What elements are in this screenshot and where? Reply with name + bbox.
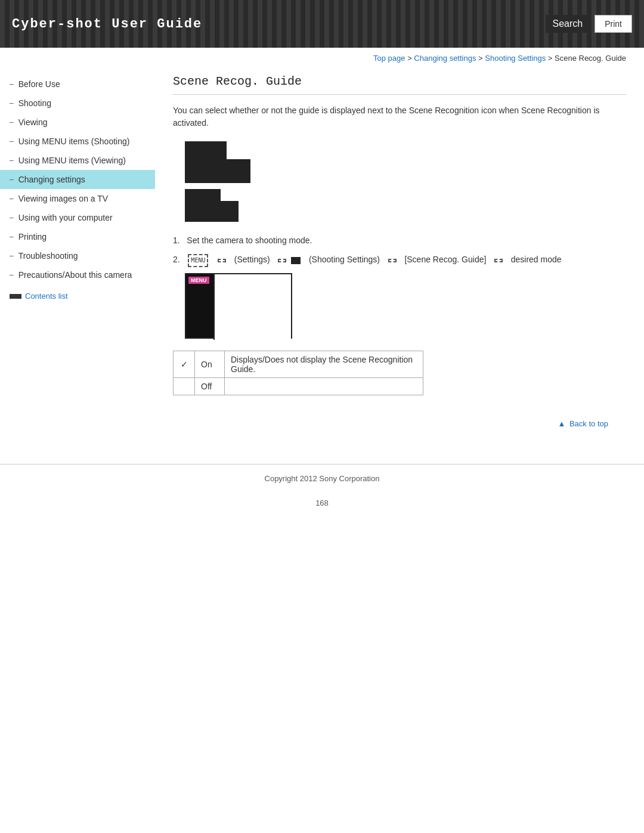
sidebar-item-viewing[interactable]: – Viewing (0, 113, 155, 132)
table-row-off: Off (174, 377, 423, 395)
menu-screenshot-label: MENU (188, 277, 209, 284)
step-1: 1. Set the camera to shooting mode. (173, 234, 626, 247)
sidebar-bullet: – (10, 252, 14, 260)
breadcrumb-top-page[interactable]: Top page (373, 54, 405, 63)
step-2-num: 2. (173, 255, 184, 264)
sidebar-bullet: – (10, 213, 14, 222)
sidebar-bullet: – (10, 137, 14, 145)
shooting-arrow-icon (388, 259, 397, 262)
table-row-on: ✓ On Displays/Does not display the Scene… (174, 351, 423, 377)
sidebar-label-menu-shooting: Using MENU items (Shooting) (18, 137, 130, 146)
sidebar-label-computer: Using with your computer (18, 213, 113, 222)
sidebar-bullet: – (10, 99, 14, 107)
sidebar-bullet: – (10, 175, 14, 184)
page-title: Scene Recog. Guide (173, 75, 626, 95)
main-content: Scene Recog. Guide You can select whethe… (155, 69, 644, 452)
print-button[interactable]: Print (595, 15, 632, 33)
menu-screenshot-inner (213, 274, 291, 340)
settings-arrow-icon (278, 259, 286, 262)
sidebar-bullet: – (10, 271, 14, 279)
options-table: ✓ On Displays/Does not display the Scene… (173, 351, 423, 395)
step-2-shooting-text: (Shooting Settings) (309, 255, 380, 264)
sidebar-item-menu-viewing[interactable]: – Using MENU items (Viewing) (0, 151, 155, 170)
breadcrumb-changing-settings[interactable]: Changing settings (414, 54, 476, 63)
sidebar-label-viewing: Viewing (18, 117, 48, 127)
sidebar-item-shooting[interactable]: – Shooting (0, 94, 155, 113)
scene-arrow-icon (494, 259, 503, 262)
sidebar-label-viewing-tv: Viewing images on a TV (18, 194, 108, 203)
steps-section: 1. Set the camera to shooting mode. 2. M… (173, 234, 626, 267)
contents-list-label: Contents list (25, 292, 68, 301)
site-header: Cyber-shot User Guide Search Print (0, 0, 644, 48)
sidebar-bullet: – (10, 80, 14, 88)
menu-screenshot: MENU (185, 273, 292, 339)
breadcrumb-shooting-settings[interactable]: Shooting Settings (485, 54, 546, 63)
content-description: You can select whether or not the guide … (173, 104, 626, 129)
step-2-settings-text: (Settings) (234, 255, 270, 264)
sidebar-item-viewing-tv[interactable]: – Viewing images on a TV (0, 189, 155, 208)
step-2: 2. MENU (Settings) (Shooting Settings) [… (173, 253, 626, 267)
copyright: Copyright 2012 Sony Corporation (265, 474, 380, 483)
breadcrumb: Top page > Changing settings > Shooting … (0, 48, 644, 69)
breadcrumb-sep3: > (548, 54, 555, 63)
back-to-top-link[interactable]: ▲ Back to top (558, 419, 608, 428)
breadcrumb-sep2: > (478, 54, 485, 63)
step-2-mode-text: desired mode (511, 255, 562, 264)
step-2-scene-text: [Scene Recog. Guide] (404, 255, 486, 264)
back-to-top-label: Back to top (569, 419, 608, 428)
sidebar-label-shooting: Shooting (18, 98, 51, 108)
contents-list-icon (10, 294, 21, 299)
sidebar-label-precautions: Precautions/About this camera (18, 270, 132, 280)
check-cell-on: ✓ (174, 351, 195, 377)
step-1-text: Set the camera to shooting mode. (187, 236, 312, 245)
sidebar-label-changing-settings: Changing settings (18, 175, 85, 184)
sidebar-item-printing[interactable]: – Printing (0, 227, 155, 246)
sidebar-bullet: – (10, 118, 14, 126)
camera-image-2 (185, 189, 239, 222)
breadcrumb-current: Scene Recog. Guide (555, 54, 626, 63)
sidebar-bullet: – (10, 156, 14, 165)
sidebar-item-changing-settings[interactable]: – Changing settings (0, 170, 155, 189)
footer-content: Copyright 2012 Sony Corporation (0, 464, 644, 493)
camera-icon (291, 257, 301, 264)
sidebar-bullet: – (10, 194, 14, 203)
menu-icon: MENU (188, 254, 208, 267)
search-button[interactable]: Search (546, 15, 590, 33)
sidebar-label-before-use: Before Use (18, 79, 60, 89)
breadcrumb-sep1: > (407, 54, 414, 63)
site-title: Cyber-shot User Guide (12, 17, 202, 32)
contents-list-link[interactable]: Contents list (0, 284, 155, 308)
sidebar-item-precautions[interactable]: – Precautions/About this camera (0, 265, 155, 284)
header-actions: Search Print (546, 15, 633, 33)
check-cell-off (174, 377, 195, 395)
main-layout: – Before Use – Shooting – Viewing – Usin… (0, 69, 644, 452)
sidebar-item-before-use[interactable]: – Before Use (0, 75, 155, 94)
settings-icon (218, 259, 226, 262)
option-desc-off (225, 377, 423, 395)
sidebar-item-menu-shooting[interactable]: – Using MENU items (Shooting) (0, 132, 155, 151)
sidebar-item-computer[interactable]: – Using with your computer (0, 208, 155, 227)
step-1-num: 1. (173, 236, 184, 245)
back-to-top-row: ▲ Back to top (173, 407, 626, 434)
camera-image-1 (185, 141, 250, 183)
option-label-off: Off (195, 377, 225, 395)
sidebar-item-troubleshooting[interactable]: – Troubleshooting (0, 246, 155, 265)
sidebar-label-printing: Printing (18, 232, 47, 241)
back-to-top-arrow-icon: ▲ (558, 419, 565, 428)
footer: Copyright 2012 Sony Corporation 168 (0, 464, 644, 513)
camera-illustrations (185, 141, 626, 222)
sidebar-bullet: – (10, 233, 14, 241)
sidebar-label-troubleshooting: Troubleshooting (18, 251, 78, 261)
sidebar-label-menu-viewing: Using MENU items (Viewing) (18, 156, 126, 165)
sidebar: – Before Use – Shooting – Viewing – Usin… (0, 69, 155, 452)
page-number: 168 (0, 493, 644, 513)
option-desc-on: Displays/Does not display the Scene Reco… (225, 351, 423, 377)
option-label-on: On (195, 351, 225, 377)
